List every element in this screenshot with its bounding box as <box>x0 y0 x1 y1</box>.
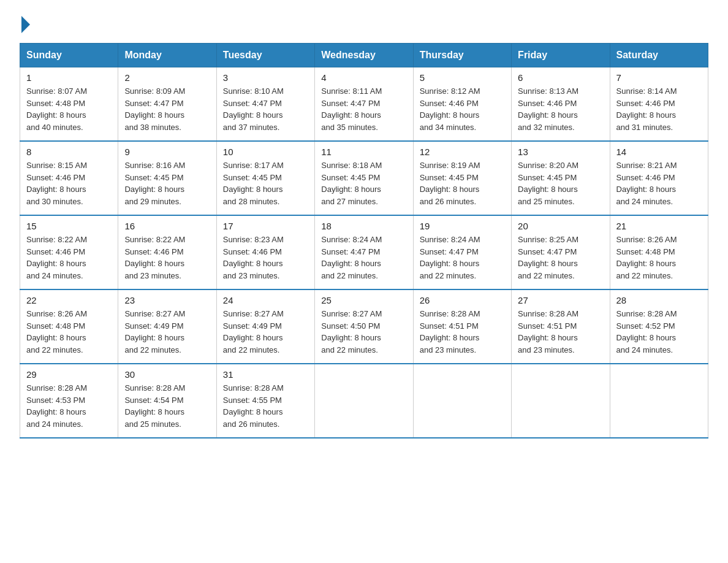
day-info: Sunrise: 8:15 AMSunset: 4:46 PMDaylight:… <box>26 159 112 207</box>
calendar-cell: 16 Sunrise: 8:22 AMSunset: 4:46 PMDaylig… <box>118 215 216 289</box>
header-thursday: Thursday <box>413 44 511 67</box>
day-info: Sunrise: 8:27 AMSunset: 4:49 PMDaylight:… <box>223 308 308 356</box>
day-number: 1 <box>26 72 112 83</box>
day-info: Sunrise: 8:11 AMSunset: 4:47 PMDaylight:… <box>321 85 406 133</box>
day-number: 2 <box>124 72 210 83</box>
calendar-cell: 29 Sunrise: 8:28 AMSunset: 4:53 PMDaylig… <box>20 364 118 438</box>
day-info: Sunrise: 8:17 AMSunset: 4:45 PMDaylight:… <box>223 159 308 207</box>
day-number: 6 <box>518 72 603 83</box>
calendar-cell: 14 Sunrise: 8:21 AMSunset: 4:46 PMDaylig… <box>610 141 708 215</box>
header-tuesday: Tuesday <box>216 44 314 67</box>
calendar-cell: 18 Sunrise: 8:24 AMSunset: 4:47 PMDaylig… <box>315 215 413 289</box>
day-info: Sunrise: 8:10 AMSunset: 4:47 PMDaylight:… <box>223 85 308 133</box>
day-info: Sunrise: 8:26 AMSunset: 4:48 PMDaylight:… <box>616 234 702 282</box>
calendar-cell <box>315 364 413 438</box>
calendar-cell: 10 Sunrise: 8:17 AMSunset: 4:45 PMDaylig… <box>216 141 314 215</box>
day-number: 19 <box>420 221 505 231</box>
day-info: Sunrise: 8:25 AMSunset: 4:47 PMDaylight:… <box>518 234 603 282</box>
header-saturday: Saturday <box>610 44 708 67</box>
day-number: 18 <box>321 221 406 231</box>
day-info: Sunrise: 8:28 AMSunset: 4:54 PMDaylight:… <box>124 382 210 430</box>
calendar-cell: 9 Sunrise: 8:16 AMSunset: 4:45 PMDayligh… <box>118 141 216 215</box>
calendar-cell: 24 Sunrise: 8:27 AMSunset: 4:49 PMDaylig… <box>216 289 314 364</box>
day-number: 26 <box>420 295 505 305</box>
day-number: 9 <box>124 147 210 157</box>
day-number: 27 <box>518 295 603 305</box>
day-number: 29 <box>26 369 112 380</box>
day-number: 30 <box>124 369 210 380</box>
calendar-cell: 11 Sunrise: 8:18 AMSunset: 4:45 PMDaylig… <box>315 141 413 215</box>
day-number: 7 <box>616 72 702 83</box>
day-number: 11 <box>321 147 406 157</box>
calendar-cell: 7 Sunrise: 8:14 AMSunset: 4:46 PMDayligh… <box>610 67 708 142</box>
day-info: Sunrise: 8:19 AMSunset: 4:45 PMDaylight:… <box>420 159 505 207</box>
day-number: 5 <box>420 72 505 83</box>
day-info: Sunrise: 8:12 AMSunset: 4:46 PMDaylight:… <box>420 85 505 133</box>
day-info: Sunrise: 8:21 AMSunset: 4:46 PMDaylight:… <box>616 159 702 207</box>
day-info: Sunrise: 8:26 AMSunset: 4:48 PMDaylight:… <box>26 308 112 356</box>
calendar-cell: 17 Sunrise: 8:23 AMSunset: 4:46 PMDaylig… <box>216 215 314 289</box>
day-number: 3 <box>223 72 308 83</box>
day-number: 31 <box>223 369 308 380</box>
day-number: 10 <box>223 147 308 157</box>
header-sunday: Sunday <box>20 44 118 67</box>
day-info: Sunrise: 8:16 AMSunset: 4:45 PMDaylight:… <box>124 159 210 207</box>
calendar-cell: 21 Sunrise: 8:26 AMSunset: 4:48 PMDaylig… <box>610 215 708 289</box>
day-info: Sunrise: 8:27 AMSunset: 4:50 PMDaylight:… <box>321 308 406 356</box>
calendar-cell: 5 Sunrise: 8:12 AMSunset: 4:46 PMDayligh… <box>413 67 511 142</box>
calendar-cell: 19 Sunrise: 8:24 AMSunset: 4:47 PMDaylig… <box>413 215 511 289</box>
calendar-cell <box>512 364 610 438</box>
day-info: Sunrise: 8:13 AMSunset: 4:46 PMDaylight:… <box>518 85 603 133</box>
day-number: 13 <box>518 147 603 157</box>
week-row-3: 15 Sunrise: 8:22 AMSunset: 4:46 PMDaylig… <box>20 215 708 289</box>
calendar-cell: 15 Sunrise: 8:22 AMSunset: 4:46 PMDaylig… <box>20 215 118 289</box>
calendar-header-row: SundayMondayTuesdayWednesdayThursdayFrid… <box>20 44 708 67</box>
calendar-cell: 30 Sunrise: 8:28 AMSunset: 4:54 PMDaylig… <box>118 364 216 438</box>
day-info: Sunrise: 8:14 AMSunset: 4:46 PMDaylight:… <box>616 85 702 133</box>
day-number: 23 <box>124 295 210 305</box>
day-info: Sunrise: 8:28 AMSunset: 4:55 PMDaylight:… <box>223 382 308 430</box>
day-number: 22 <box>26 295 112 305</box>
day-info: Sunrise: 8:27 AMSunset: 4:49 PMDaylight:… <box>124 308 210 356</box>
day-info: Sunrise: 8:22 AMSunset: 4:46 PMDaylight:… <box>26 234 112 282</box>
day-number: 14 <box>616 147 702 157</box>
day-number: 28 <box>616 295 702 305</box>
page-header <box>20 15 708 31</box>
calendar-cell: 23 Sunrise: 8:27 AMSunset: 4:49 PMDaylig… <box>118 289 216 364</box>
day-info: Sunrise: 8:28 AMSunset: 4:53 PMDaylight:… <box>26 382 112 430</box>
day-info: Sunrise: 8:24 AMSunset: 4:47 PMDaylight:… <box>321 234 406 282</box>
calendar-cell: 8 Sunrise: 8:15 AMSunset: 4:46 PMDayligh… <box>20 141 118 215</box>
calendar-cell: 4 Sunrise: 8:11 AMSunset: 4:47 PMDayligh… <box>315 67 413 142</box>
day-info: Sunrise: 8:09 AMSunset: 4:47 PMDaylight:… <box>124 85 210 133</box>
week-row-4: 22 Sunrise: 8:26 AMSunset: 4:48 PMDaylig… <box>20 289 708 364</box>
day-number: 15 <box>26 221 112 231</box>
day-info: Sunrise: 8:28 AMSunset: 4:51 PMDaylight:… <box>518 308 603 356</box>
logo <box>20 15 30 31</box>
day-info: Sunrise: 8:18 AMSunset: 4:45 PMDaylight:… <box>321 159 406 207</box>
calendar-cell: 31 Sunrise: 8:28 AMSunset: 4:55 PMDaylig… <box>216 364 314 438</box>
day-info: Sunrise: 8:28 AMSunset: 4:52 PMDaylight:… <box>616 308 702 356</box>
header-monday: Monday <box>118 44 216 67</box>
day-info: Sunrise: 8:24 AMSunset: 4:47 PMDaylight:… <box>420 234 505 282</box>
calendar-cell: 2 Sunrise: 8:09 AMSunset: 4:47 PMDayligh… <box>118 67 216 142</box>
calendar-cell: 20 Sunrise: 8:25 AMSunset: 4:47 PMDaylig… <box>512 215 610 289</box>
calendar-cell: 25 Sunrise: 8:27 AMSunset: 4:50 PMDaylig… <box>315 289 413 364</box>
day-info: Sunrise: 8:20 AMSunset: 4:45 PMDaylight:… <box>518 159 603 207</box>
day-info: Sunrise: 8:22 AMSunset: 4:46 PMDaylight:… <box>124 234 210 282</box>
day-number: 25 <box>321 295 406 305</box>
day-number: 8 <box>26 147 112 157</box>
day-info: Sunrise: 8:23 AMSunset: 4:46 PMDaylight:… <box>223 234 308 282</box>
day-number: 21 <box>616 221 702 231</box>
calendar-cell: 27 Sunrise: 8:28 AMSunset: 4:51 PMDaylig… <box>512 289 610 364</box>
day-number: 4 <box>321 72 406 83</box>
header-wednesday: Wednesday <box>315 44 413 67</box>
calendar-table: SundayMondayTuesdayWednesdayThursdayFrid… <box>20 43 708 439</box>
calendar-cell: 3 Sunrise: 8:10 AMSunset: 4:47 PMDayligh… <box>216 67 314 142</box>
logo-arrow-icon <box>21 16 30 33</box>
day-number: 24 <box>223 295 308 305</box>
week-row-5: 29 Sunrise: 8:28 AMSunset: 4:53 PMDaylig… <box>20 364 708 438</box>
calendar-cell <box>413 364 511 438</box>
calendar-cell: 12 Sunrise: 8:19 AMSunset: 4:45 PMDaylig… <box>413 141 511 215</box>
day-number: 12 <box>420 147 505 157</box>
day-info: Sunrise: 8:07 AMSunset: 4:48 PMDaylight:… <box>26 85 112 133</box>
